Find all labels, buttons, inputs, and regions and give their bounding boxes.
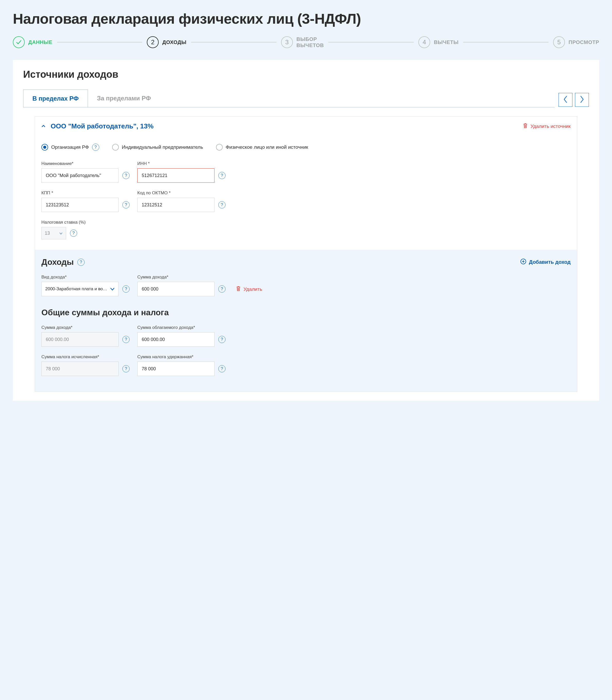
step-5[interactable]: 5 ПРОСМОТР xyxy=(553,36,599,48)
trash-icon xyxy=(236,286,241,293)
kpp-input[interactable] xyxy=(41,198,119,212)
field-label: ИНН * xyxy=(137,161,225,166)
help-icon[interactable]: ? xyxy=(92,144,99,151)
radio-person[interactable]: Физическое лицо или иной источник xyxy=(216,144,308,150)
tabs-row: В пределах РФ За пределами РФ xyxy=(23,89,589,107)
field-label: Налоговая ставка (%) xyxy=(41,220,571,225)
field-label: Вид дохода* xyxy=(41,274,129,280)
chevron-left-icon xyxy=(563,95,568,105)
tab-domestic[interactable]: В пределах РФ xyxy=(23,90,88,108)
input-line: ? xyxy=(41,168,129,183)
taxable-income-input[interactable] xyxy=(137,332,214,347)
chevron-down-icon xyxy=(110,286,115,292)
oktmo-input[interactable] xyxy=(137,198,214,212)
income-row: Вид дохода* 2000-Заработная плата и возн… xyxy=(41,274,571,296)
tab-foreign[interactable]: За пределами РФ xyxy=(88,90,160,108)
step-connector xyxy=(329,42,414,42)
field-row: КПП * ? Код по ОКТМО * ? xyxy=(41,190,571,212)
help-icon[interactable]: ? xyxy=(218,285,225,293)
help-icon[interactable]: ? xyxy=(122,336,129,343)
field-tax-calculated: Сумма налога исчисленная* ? xyxy=(41,354,129,376)
chevron-up-icon xyxy=(41,123,45,129)
step-number: 5 xyxy=(553,36,565,48)
input-line: ? xyxy=(137,282,225,296)
help-icon[interactable]: ? xyxy=(218,172,225,179)
field-label: Сумма налога удержанная* xyxy=(137,354,225,360)
delete-income-label: Удалить xyxy=(244,286,262,292)
income-sum-input[interactable] xyxy=(137,282,214,296)
tax-withheld-input[interactable] xyxy=(137,362,214,376)
inn-input[interactable] xyxy=(137,168,214,183)
field-label: Сумма облагаемого дохода* xyxy=(137,325,225,330)
rate-box: 13 ? xyxy=(41,227,571,239)
stepper: ДАННЫЕ 2 ДОХОДЫ 3 ВЫБОРВЫЧЕТОВ 4 ВЫЧЕТЫ … xyxy=(13,36,599,49)
help-icon[interactable]: ? xyxy=(122,365,129,373)
radio-ip[interactable]: Индивидуальный предприниматель xyxy=(112,144,203,150)
field-label: Сумма дохода* xyxy=(137,274,225,280)
rate-select[interactable]: 13 xyxy=(41,227,66,239)
radio-org-rf[interactable]: Организация РФ ? xyxy=(41,144,99,151)
field-kpp: КПП * ? xyxy=(41,190,129,212)
radio-label: Физическое лицо или иной источник xyxy=(226,144,308,150)
step-3[interactable]: 3 ВЫБОРВЫЧЕТОВ xyxy=(281,36,324,49)
incomes-header: Доходы ? Добавить доход xyxy=(41,257,571,267)
step-connector xyxy=(191,42,276,42)
help-icon[interactable]: ? xyxy=(218,201,225,208)
radio-label: Организация РФ xyxy=(51,144,89,150)
input-line: ? xyxy=(137,168,225,183)
trash-icon xyxy=(523,123,528,130)
source-header: ООО "Мой работодатель", 13% Удалить исто… xyxy=(35,117,577,136)
name-input[interactable] xyxy=(41,168,119,183)
field-inn: ИНН * ? xyxy=(137,161,225,183)
chevron-down-icon xyxy=(59,231,63,236)
add-income-label: Добавить доход xyxy=(529,259,571,265)
help-icon[interactable]: ? xyxy=(122,285,129,293)
radio-icon xyxy=(112,144,119,150)
tax-calculated-input xyxy=(41,362,119,376)
incomes-panel: Доходы ? Добавить доход Вид дохода* xyxy=(35,250,577,391)
help-icon[interactable]: ? xyxy=(122,201,129,208)
step-connector xyxy=(57,42,142,42)
help-icon[interactable]: ? xyxy=(70,230,77,237)
check-icon xyxy=(13,36,25,48)
step-1[interactable]: ДАННЫЕ xyxy=(13,36,53,48)
help-icon[interactable]: ? xyxy=(218,365,225,373)
field-name: Наименование* ? xyxy=(41,161,129,183)
step-number: 3 xyxy=(281,36,293,48)
source-type-radios: Организация РФ ? Индивидуальный предприн… xyxy=(41,144,571,151)
field-income-type: Вид дохода* 2000-Заработная плата и возн… xyxy=(41,274,129,296)
step-2[interactable]: 2 ДОХОДЫ xyxy=(147,36,186,48)
radio-label: Индивидуальный предприниматель xyxy=(122,144,203,150)
total-income-input xyxy=(41,332,119,347)
collapse-toggle[interactable] xyxy=(41,123,45,129)
nav-prev-button[interactable] xyxy=(558,93,572,107)
field-oktmo: Код по ОКТМО * ? xyxy=(137,190,225,212)
help-icon[interactable]: ? xyxy=(122,172,129,179)
field-label: Сумма дохода* xyxy=(41,325,129,330)
tabs: В пределах РФ За пределами РФ xyxy=(23,89,555,107)
income-source-box: ООО "Мой работодатель", 13% Удалить исто… xyxy=(35,116,577,392)
radio-icon xyxy=(216,144,223,150)
source-title: ООО "Мой работодатель", 13% xyxy=(51,122,523,130)
step-4[interactable]: 4 ВЫЧЕТЫ xyxy=(418,36,458,48)
totals-row: Сумма дохода* ? Сумма облагаемого дохода… xyxy=(41,325,571,347)
delete-source-button[interactable]: Удалить источник xyxy=(523,123,571,130)
step-connector xyxy=(463,42,548,42)
field-total-income: Сумма дохода* ? xyxy=(41,325,129,347)
field-label: КПП * xyxy=(41,190,129,196)
income-type-select[interactable]: 2000-Заработная плата и возн… xyxy=(41,282,119,296)
input-line: ? xyxy=(137,362,225,376)
add-income-button[interactable]: Добавить доход xyxy=(520,258,571,266)
help-icon[interactable]: ? xyxy=(218,336,225,343)
page-title: Налоговая декларация физических лиц (3-Н… xyxy=(13,10,599,27)
delete-income-button[interactable]: Удалить xyxy=(236,286,262,293)
incomes-title: Доходы xyxy=(41,257,74,267)
radio-icon xyxy=(41,144,48,150)
step-label: ВЫБОРВЫЧЕТОВ xyxy=(296,36,324,49)
field-label: Наименование* xyxy=(41,161,129,166)
help-icon[interactable]: ? xyxy=(78,259,85,266)
field-income-sum: Сумма дохода* ? xyxy=(137,274,225,296)
totals-title: Общие суммы дохода и налога xyxy=(41,308,571,317)
source-body: Организация РФ ? Индивидуальный предприн… xyxy=(35,136,577,391)
nav-next-button[interactable] xyxy=(575,93,589,107)
